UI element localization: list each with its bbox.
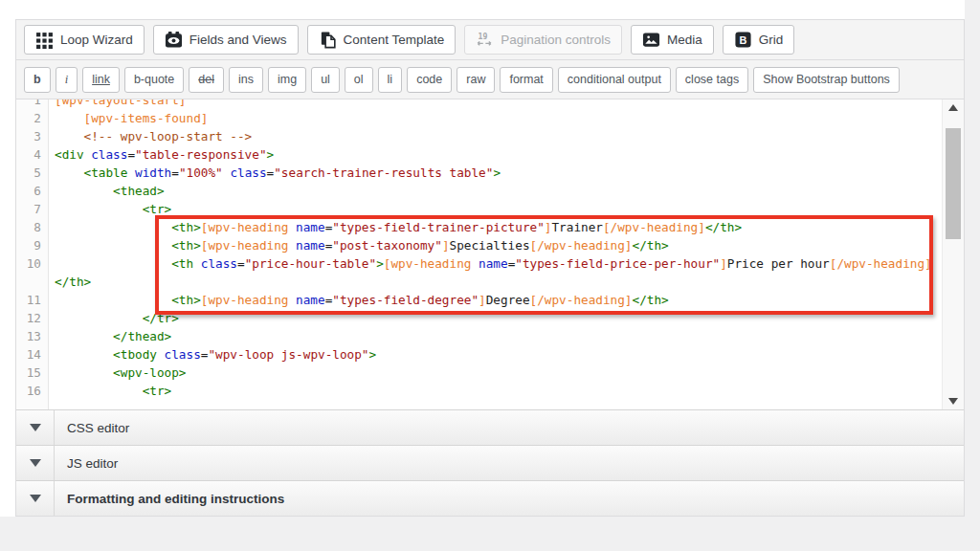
quicktag-i-button[interactable]: i (56, 67, 78, 93)
quicktag-img-button[interactable]: img (268, 67, 306, 93)
code-row: </th> (16, 273, 942, 291)
triangle-up-icon (948, 104, 958, 111)
code-line: <th>[wpv-heading name="types-field-train… (49, 218, 742, 236)
code-row: 1[wpv-layout-start] (16, 99, 942, 109)
line-number: 8 (16, 218, 49, 236)
quicktag-format-button[interactable]: format (500, 67, 552, 93)
quicktag-raw-button[interactable]: raw (457, 67, 495, 93)
button-label: Pagination controls (501, 33, 611, 47)
quicktag-code-button[interactable]: code (407, 67, 452, 93)
panel-css-editor[interactable]: CSS editor (16, 409, 964, 445)
quicktags-toolbar: bilinkb-quotedelinsimgulollicoderawforma… (16, 60, 964, 99)
quicktag-conditional-output-button[interactable]: conditional output (558, 67, 671, 93)
code-line: <wpv-loop> (49, 364, 187, 382)
code-line: <tr> (49, 200, 171, 218)
quicktag-del-button[interactable]: del (189, 67, 224, 93)
triangle-down-icon (948, 398, 958, 405)
code-row: 6 <thead> (16, 182, 942, 200)
code-row: 3 <!-- wpv-loop-start --> (16, 127, 942, 145)
panel-label: JS editor (55, 446, 118, 480)
pages-icon (319, 31, 337, 49)
line-number: 9 (16, 236, 49, 254)
code-line: <tr> (49, 382, 171, 400)
code-line: <div class="table-responsive"> (49, 145, 274, 164)
grid-icon (35, 31, 54, 49)
quicktag-ins-button[interactable]: ins (229, 67, 263, 93)
panel-formatting-and-editing-instructions[interactable]: Formatting and editing instructions (16, 480, 964, 516)
page-bottom-background (0, 517, 980, 551)
quicktag-link-button[interactable]: link (82, 67, 120, 93)
quicktag-b-quote-button[interactable]: b-quote (124, 67, 184, 93)
line-number: 12 (16, 309, 49, 327)
media-button[interactable]: Media (631, 25, 714, 55)
code-line: <!-- wpv-loop-start --> (49, 127, 252, 145)
line-number (16, 273, 49, 291)
code-line: [wpv-layout-start] (49, 99, 187, 109)
code-row: 2 [wpv-items-found] (16, 109, 942, 127)
line-number: 6 (16, 182, 49, 200)
code-row: 12 </tr> (16, 309, 942, 327)
code-rows: 1[wpv-layout-start]2 [wpv-items-found]3 … (16, 99, 942, 400)
scrollbar-thumb[interactable] (946, 128, 961, 239)
line-number: 15 (16, 364, 49, 382)
button-label: Fields and Views (189, 33, 287, 47)
pagination-controls-button[interactable]: 19 Pagination controls (464, 25, 622, 55)
line-number: 16 (16, 382, 49, 400)
chevron-down-icon (30, 459, 41, 467)
code-line: <th class="price-hour-table">[wpv-headin… (49, 254, 932, 273)
quicktag-ul-button[interactable]: ul (311, 67, 340, 93)
code-line: <th>[wpv-heading name="types-field-degre… (49, 291, 669, 309)
panel-label: CSS editor (55, 410, 129, 445)
line-number: 2 (16, 109, 49, 127)
code-line: <th>[wpv-heading name="post-taxonomy"]Sp… (49, 236, 669, 254)
code-line: </thead> (49, 327, 171, 345)
bootstrap-grid-icon: B (734, 31, 752, 49)
pagination-icon: 19 (476, 31, 494, 49)
code-row: 16 <tr> (16, 382, 942, 400)
line-number: 1 (16, 99, 49, 109)
loop-wizard-button[interactable]: Loop Wizard (24, 25, 145, 55)
code-line: <thead> (49, 182, 165, 200)
code-editor[interactable]: 1[wpv-layout-start]2 [wpv-items-found]3 … (16, 99, 964, 409)
line-number: 10 (16, 254, 49, 273)
quicktag-ol-button[interactable]: ol (345, 67, 373, 93)
views-loop-editor: Loop Wizard Fields and Views Content Tem… (15, 19, 965, 517)
quicktag-show-bootstrap-buttons-button[interactable]: Show Bootstrap buttons (753, 67, 900, 93)
panel-toggle[interactable] (16, 446, 55, 480)
collapsible-panels: CSS editorJS editorFormatting and editin… (16, 409, 964, 516)
scrollbar-up-arrow[interactable] (943, 99, 964, 116)
page-right-background (965, 0, 980, 551)
button-label: Loop Wizard (60, 33, 133, 47)
code-line: </tr> (49, 309, 179, 327)
panel-toggle[interactable] (16, 481, 55, 516)
quicktag-b-button[interactable]: b (24, 67, 51, 93)
code-line: <table width="100%" class="search-traine… (49, 164, 501, 182)
panel-toggle[interactable] (16, 410, 55, 445)
code-row: 4<div class="table-responsive"> (16, 145, 942, 164)
editor-scrollbar[interactable] (942, 99, 964, 409)
panel-js-editor[interactable]: JS editor (16, 445, 964, 480)
code-row: 14 <tbody class="wpv-loop js-wpv-loop"> (16, 345, 942, 364)
content-template-button[interactable]: Content Template (307, 25, 457, 55)
fields-and-views-button[interactable]: Fields and Views (153, 25, 299, 55)
page: Loop Wizard Fields and Views Content Tem… (0, 0, 980, 551)
code-row: 5 <table width="100%" class="search-trai… (16, 164, 942, 182)
quicktag-close-tags-button[interactable]: close tags (676, 67, 748, 93)
code-row: 9 <th>[wpv-heading name="post-taxonomy"]… (16, 236, 942, 254)
svg-text:B: B (739, 34, 746, 46)
media-icon (642, 31, 660, 49)
grid-button[interactable]: BGrid (723, 25, 795, 55)
chevron-down-icon (30, 495, 41, 502)
line-number: 5 (16, 164, 49, 182)
panel-label: Formatting and editing instructions (55, 481, 284, 516)
line-number: 11 (16, 291, 49, 309)
button-label: Content Template (344, 33, 445, 47)
line-number: 13 (16, 327, 49, 345)
code-row: 15 <wpv-loop> (16, 364, 942, 382)
scrollbar-down-arrow[interactable] (943, 393, 964, 409)
button-label: Media (667, 33, 702, 47)
code-row: 7 <tr> (16, 200, 942, 218)
code-line: <tbody class="wpv-loop js-wpv-loop"> (49, 345, 376, 364)
quicktag-li-button[interactable]: li (378, 67, 403, 93)
button-label: Grid (759, 33, 784, 47)
